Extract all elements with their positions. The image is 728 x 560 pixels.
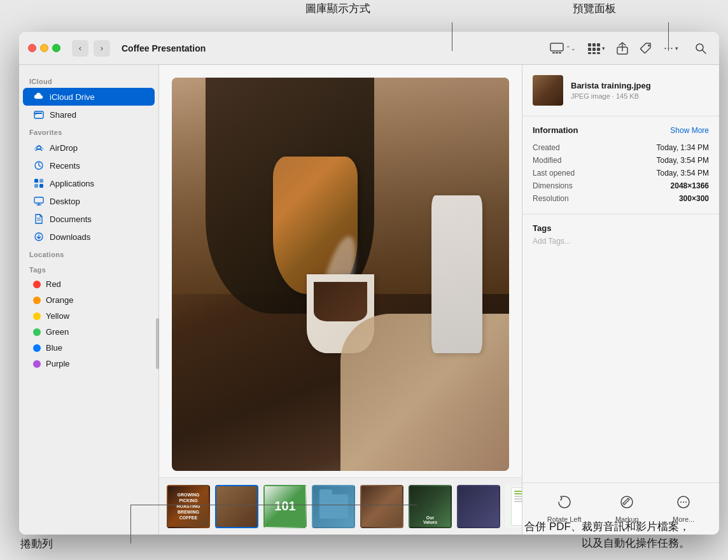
preview-panel-line bbox=[668, 22, 669, 51]
airdrop-label: AirDrop bbox=[50, 143, 78, 153]
sidebar-item-blue[interactable]: Blue bbox=[23, 340, 155, 356]
thumb-101[interactable]: 101 bbox=[263, 485, 307, 528]
red-tag-dot bbox=[33, 281, 41, 288]
thumb-light[interactable] bbox=[505, 485, 522, 528]
desktop-icon bbox=[33, 195, 45, 207]
orange-tag-dot bbox=[33, 297, 41, 304]
yellow-tag-dot bbox=[33, 312, 41, 320]
sidebar-item-recents[interactable]: Recents bbox=[23, 157, 155, 174]
info-row-last-opened: Last opened Today, 3:54 PM bbox=[533, 167, 709, 179]
svg-rect-5 bbox=[592, 43, 596, 46]
preview-information-section: Information Show More Created Today, 1:3… bbox=[522, 116, 719, 214]
shared-icon bbox=[33, 109, 45, 120]
green-tag-dot bbox=[33, 328, 41, 336]
sidebar-item-icloud-drive[interactable]: iCloud Drive bbox=[23, 88, 155, 106]
thumb-dark[interactable] bbox=[457, 485, 500, 528]
more-button[interactable]: ···▾ bbox=[660, 39, 682, 57]
created-label: Created bbox=[533, 143, 560, 152]
svg-rect-7 bbox=[588, 48, 591, 51]
last-opened-label: Last opened bbox=[533, 169, 575, 178]
sidebar-item-yellow[interactable]: Yellow bbox=[23, 308, 155, 324]
sidebar-item-shared[interactable]: Shared bbox=[23, 106, 155, 123]
content-area: GROWINGPICKINGROASTINGBREWINGCOFFEE 101 bbox=[159, 65, 719, 535]
thumb-folder[interactable] bbox=[312, 485, 355, 528]
svg-rect-11 bbox=[592, 52, 596, 54]
purple-tag-label: Purple bbox=[46, 359, 70, 368]
sidebar-scrollbar[interactable] bbox=[156, 318, 159, 369]
created-value: Today, 1:34 PM bbox=[657, 143, 710, 152]
tags-title: Tags bbox=[533, 223, 709, 233]
sidebar-item-documents[interactable]: Documents bbox=[23, 210, 155, 228]
icloud-drive-label: iCloud Drive bbox=[50, 92, 95, 102]
icloud-drive-icon bbox=[33, 91, 45, 102]
thumb-values[interactable]: OurValues bbox=[409, 485, 452, 528]
svg-point-36 bbox=[685, 501, 687, 503]
gallery-chevron: ⌃⌄ bbox=[566, 45, 576, 52]
scrollbar-h-line bbox=[130, 505, 417, 505]
sidebar-item-purple[interactable]: Purple bbox=[23, 356, 155, 372]
sidebar-item-red[interactable]: Red bbox=[23, 276, 155, 292]
svg-rect-8 bbox=[592, 48, 596, 51]
svg-rect-0 bbox=[550, 43, 563, 51]
minimize-button[interactable] bbox=[40, 44, 48, 52]
sidebar-item-applications[interactable]: Applications bbox=[23, 174, 155, 192]
finder-window: ‹ › Coffee Presentation ⌃⌄ bbox=[19, 32, 719, 535]
main-image-container bbox=[172, 78, 509, 471]
info-section-title: Information bbox=[533, 125, 578, 135]
preview-filetype: JPEG image · 145 KB bbox=[571, 92, 651, 100]
svg-rect-9 bbox=[597, 48, 600, 51]
info-row-created: Created Today, 1:34 PM bbox=[533, 141, 709, 154]
sidebar-item-green[interactable]: Green bbox=[23, 324, 155, 340]
downloads-label: Downloads bbox=[50, 232, 90, 242]
favorites-section-label: Favorites bbox=[19, 123, 158, 139]
modified-value: Today, 3:54 PM bbox=[657, 156, 710, 165]
traffic-lights bbox=[28, 44, 60, 52]
svg-point-34 bbox=[680, 501, 682, 503]
add-tags-placeholder[interactable]: Add Tags... bbox=[533, 237, 709, 246]
shared-label: Shared bbox=[50, 110, 76, 120]
svg-rect-1 bbox=[552, 52, 555, 53]
svg-rect-2 bbox=[556, 52, 558, 53]
airdrop-icon bbox=[33, 142, 45, 153]
back-button[interactable]: ‹ bbox=[72, 40, 88, 57]
red-tag-label: Red bbox=[46, 279, 61, 289]
applications-label: Applications bbox=[50, 179, 94, 188]
svg-rect-23 bbox=[39, 179, 43, 183]
fullscreen-button[interactable] bbox=[52, 44, 60, 52]
thumb-barista[interactable] bbox=[215, 485, 258, 528]
sidebar-item-airdrop[interactable]: AirDrop bbox=[23, 139, 155, 157]
sidebar-item-orange[interactable]: Orange bbox=[23, 292, 155, 308]
thumb-101-text: 101 bbox=[274, 499, 295, 514]
dimensions-value: 2048×1366 bbox=[671, 181, 709, 190]
thumbnail-strip: GROWINGPICKINGROASTINGBREWINGCOFFEE 101 bbox=[159, 477, 522, 535]
forward-button[interactable]: › bbox=[94, 40, 110, 57]
gallery-view-button[interactable]: ⌃⌄ bbox=[546, 40, 580, 57]
yellow-tag-label: Yellow bbox=[46, 311, 69, 321]
sidebar-item-downloads[interactable]: Downloads bbox=[23, 228, 155, 246]
resolution-value: 300×300 bbox=[679, 194, 709, 203]
svg-rect-25 bbox=[39, 184, 43, 188]
grid-view-button[interactable]: ▾ bbox=[584, 40, 609, 57]
show-more-button[interactable]: Show More bbox=[670, 126, 709, 135]
svg-rect-18 bbox=[36, 113, 42, 114]
thumb-book[interactable]: GROWINGPICKINGROASTINGBREWINGCOFFEE bbox=[167, 485, 210, 528]
share-button[interactable] bbox=[613, 39, 632, 57]
file-view: GROWINGPICKINGROASTINGBREWINGCOFFEE 101 bbox=[159, 65, 522, 535]
modified-label: Modified bbox=[533, 156, 561, 165]
orange-tag-label: Orange bbox=[46, 295, 73, 305]
blue-tag-dot bbox=[33, 344, 41, 352]
scrollbar-label: 捲動列 bbox=[20, 536, 53, 551]
svg-rect-4 bbox=[588, 43, 591, 46]
svg-rect-24 bbox=[34, 184, 38, 188]
sidebar-item-desktop[interactable]: Desktop bbox=[23, 192, 155, 210]
desktop-label: Desktop bbox=[50, 197, 80, 206]
gallery-view-label: 圖庫顯示方式 bbox=[305, 1, 370, 16]
thumb-beans[interactable] bbox=[360, 485, 403, 528]
search-button[interactable] bbox=[691, 40, 710, 57]
svg-rect-22 bbox=[34, 179, 38, 183]
close-button[interactable] bbox=[28, 44, 36, 52]
more-tools-icon bbox=[676, 494, 691, 513]
tag-button[interactable] bbox=[636, 39, 656, 57]
last-opened-value: Today, 3:54 PM bbox=[657, 169, 710, 178]
preview-tags-section: Tags Add Tags... bbox=[522, 214, 719, 255]
